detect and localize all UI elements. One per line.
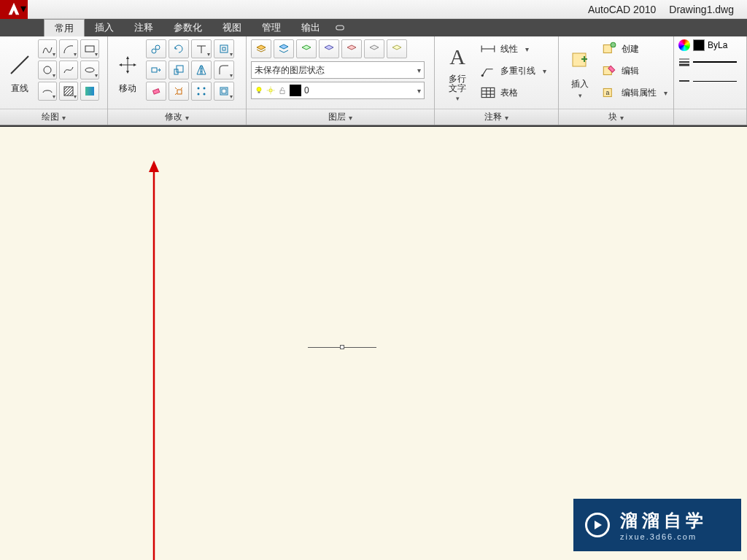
svg-point-20	[204, 88, 206, 90]
insert-block-button[interactable]: 插入 ▾	[563, 39, 597, 104]
tab-manage[interactable]: 管理	[252, 19, 291, 36]
lineweight-combo[interactable]	[693, 54, 737, 70]
layer-color-swatch	[290, 85, 301, 96]
svg-point-10	[155, 45, 160, 50]
layer-state-combo[interactable]: 未保存的图层状态▾	[251, 61, 425, 79]
layer-isolate-icon[interactable]	[296, 39, 317, 58]
tab-view[interactable]: 视图	[212, 19, 252, 36]
layer-states-icon[interactable]	[274, 39, 294, 58]
svg-rect-2	[85, 46, 94, 52]
sun-icon	[266, 86, 275, 95]
tab-home[interactable]: 常用	[44, 19, 85, 36]
ellipse-arc-icon[interactable]	[38, 82, 57, 101]
circle-icon[interactable]	[38, 61, 57, 79]
multileader-button[interactable]: 多重引线▾	[480, 61, 546, 80]
panel-annotate-title[interactable]: 注释	[435, 109, 558, 125]
svg-rect-11	[220, 45, 228, 52]
block-create-button[interactable]: 创建	[601, 39, 667, 58]
svg-rect-6	[85, 87, 94, 96]
dimension-linear-button[interactable]: 线性▾	[480, 39, 546, 58]
trim-icon[interactable]	[191, 39, 212, 58]
arc-icon[interactable]	[59, 39, 78, 58]
svg-point-27	[269, 89, 273, 93]
stretch-icon[interactable]	[146, 61, 166, 79]
move-button[interactable]: 移动	[112, 39, 143, 104]
svg-rect-37	[481, 88, 495, 97]
panel-draw-title[interactable]: 绘图	[0, 109, 107, 125]
block-edit-attributes-button[interactable]: a 编辑属性▾	[601, 83, 667, 102]
watermark: 溜溜自学 zixue.3d66.com	[573, 499, 741, 551]
panel-modify-title[interactable]: 修改	[108, 109, 246, 125]
line-midpoint-grip[interactable]	[340, 345, 344, 349]
fillet-icon[interactable]	[214, 61, 234, 79]
tab-insert[interactable]: 插入	[85, 19, 124, 36]
lineweight-icon[interactable]	[678, 56, 690, 68]
mtext-button[interactable]: A 多行 文字 ▾	[439, 39, 476, 104]
ribbon-search-icon[interactable]	[330, 19, 349, 36]
gradient-icon[interactable]	[80, 82, 99, 101]
app-menu-button[interactable]: ▾	[0, 0, 28, 19]
svg-point-36	[481, 74, 484, 77]
svg-point-4	[85, 68, 94, 72]
table-button[interactable]: 表格	[480, 83, 546, 102]
panel-annotate: A 多行 文字 ▾ 线性▾ 多重引线▾ 表格 注释	[435, 36, 559, 125]
polyline-icon[interactable]	[38, 39, 57, 58]
tab-parametric[interactable]: 参数化	[163, 19, 212, 36]
panel-modify: 移动 修改	[108, 36, 247, 125]
panel-block-title[interactable]: 块	[559, 109, 673, 125]
svg-text:a: a	[606, 89, 610, 96]
linetype-combo[interactable]	[693, 73, 737, 89]
explode-icon[interactable]	[169, 82, 189, 101]
lock-open-icon	[278, 86, 287, 95]
color-wheel-icon[interactable]	[678, 39, 690, 51]
svg-rect-24	[222, 89, 226, 93]
current-color-swatch[interactable]	[693, 39, 705, 51]
spline-icon[interactable]	[59, 61, 78, 79]
mirror-icon[interactable]	[191, 61, 212, 79]
svg-rect-12	[222, 47, 225, 50]
current-layer-combo[interactable]: 0▾	[251, 82, 425, 99]
layer-freeze-icon[interactable]	[319, 39, 339, 58]
svg-rect-18	[177, 90, 182, 94]
rotate-icon[interactable]	[169, 39, 189, 58]
svg-rect-0	[336, 26, 344, 30]
layer-match-icon[interactable]	[387, 39, 407, 58]
line-button[interactable]: 直线	[4, 39, 35, 104]
rectangle-icon[interactable]	[80, 39, 99, 58]
annotation-arrow	[147, 160, 161, 560]
panel-properties-title[interactable]	[674, 109, 746, 125]
play-icon	[585, 513, 610, 537]
panel-layer-title[interactable]: 图层	[247, 109, 434, 125]
svg-marker-53	[149, 160, 159, 172]
svg-point-44	[611, 42, 616, 47]
hatch-icon[interactable]	[59, 82, 78, 101]
svg-rect-17	[153, 89, 160, 94]
panel-properties: ByLa	[674, 36, 747, 125]
array-icon[interactable]	[191, 82, 212, 101]
erase-icon[interactable]	[146, 82, 166, 101]
linetype-icon[interactable]	[678, 75, 690, 87]
lightbulb-icon	[255, 86, 263, 95]
svg-point-19	[198, 88, 200, 90]
ribbon-tabs: 常用 插入 注释 参数化 视图 管理 输出	[0, 19, 747, 36]
extend-icon[interactable]	[214, 39, 234, 58]
svg-point-9	[152, 49, 156, 53]
svg-marker-54	[595, 521, 602, 529]
layer-properties-icon[interactable]	[251, 39, 271, 58]
ellipse-icon[interactable]	[80, 61, 99, 79]
drawing-canvas[interactable]: 溜溜自学 zixue.3d66.com	[0, 127, 747, 560]
scale-icon[interactable]	[169, 61, 189, 79]
svg-rect-13	[152, 68, 157, 72]
offset-icon[interactable]	[214, 82, 234, 101]
tab-output[interactable]: 输出	[291, 19, 330, 36]
panel-block: 插入 ▾ 创建 编辑 a 编辑属性▾ 块	[559, 36, 674, 125]
tab-annotate[interactable]: 注释	[124, 19, 163, 36]
svg-line-1	[11, 56, 28, 74]
layer-lock-icon[interactable]	[364, 39, 384, 58]
layer-off-icon[interactable]	[341, 39, 362, 58]
block-edit-button[interactable]: 编辑	[601, 61, 667, 80]
svg-rect-26	[258, 92, 260, 93]
copy-icon[interactable]	[146, 39, 166, 58]
ribbon: 直线 绘图 移动	[0, 36, 747, 125]
panel-draw: 直线 绘图	[0, 36, 108, 125]
